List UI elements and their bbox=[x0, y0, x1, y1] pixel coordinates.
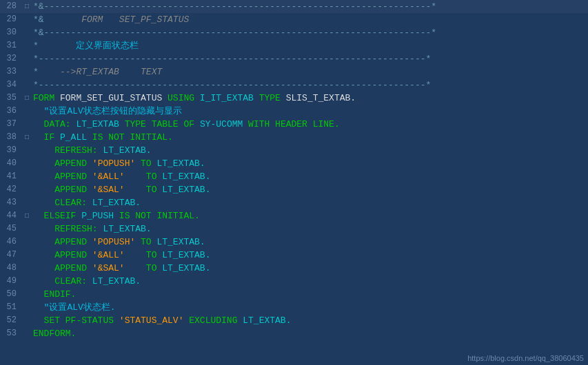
watermark: https://blog.csdn.net/qq_38060435 bbox=[467, 354, 584, 362]
line-content: *&--------------------------------------… bbox=[32, 26, 588, 39]
line-content: APPEND '&SAL' TO LT_EXTAB. bbox=[32, 183, 588, 196]
line-content: REFRESH: LT_EXTAB. bbox=[32, 144, 588, 157]
line-content: *---------------------------------------… bbox=[32, 79, 588, 92]
code-line: 39 REFRESH: LT_EXTAB. bbox=[0, 144, 588, 157]
line-content: APPEND '&ALL' TO LT_EXTAB. bbox=[32, 170, 588, 183]
line-number: 40 bbox=[0, 157, 22, 170]
line-number: 46 bbox=[0, 236, 22, 249]
line-content: ENDIF. bbox=[32, 288, 588, 301]
code-line: 51 "设置ALV状态栏. bbox=[0, 301, 588, 314]
code-line: 29 *& FORM SET_PF_STATUS bbox=[0, 13, 588, 26]
line-content: *---------------------------------------… bbox=[32, 52, 588, 65]
code-line: 47 APPEND '&ALL' TO LT_EXTAB. bbox=[0, 249, 588, 262]
code-line: 34 *------------------------------------… bbox=[0, 79, 588, 92]
line-content: *& FORM SET_PF_STATUS bbox=[32, 13, 588, 26]
line-content: SET PF-STATUS 'STATUS_ALV' EXCLUDING LT_… bbox=[32, 314, 588, 327]
code-line: 32 *------------------------------------… bbox=[0, 52, 588, 65]
line-number: 35 bbox=[0, 92, 22, 105]
code-line: 53 ENDFORM. bbox=[0, 327, 588, 340]
line-number: 53 bbox=[0, 327, 22, 340]
line-number: 39 bbox=[0, 144, 22, 157]
line-number: 32 bbox=[0, 52, 22, 65]
line-content: ELSEIF P_PUSH IS NOT INITIAL. bbox=[32, 209, 588, 222]
code-line: 50 ENDIF. bbox=[0, 288, 588, 301]
line-number: 29 bbox=[0, 13, 22, 26]
line-content: * -->RT_EXTAB TEXT bbox=[32, 65, 588, 79]
fold-icon[interactable]: □ bbox=[22, 0, 32, 13]
line-content: * 定义界面状态栏 bbox=[32, 39, 588, 52]
editor-container: 28□*&-----------------------------------… bbox=[0, 0, 588, 365]
line-number: 48 bbox=[0, 262, 22, 275]
line-number: 31 bbox=[0, 39, 22, 52]
line-number: 43 bbox=[0, 196, 22, 209]
line-content: CLEAR: LT_EXTAB. bbox=[32, 196, 588, 209]
line-number: 51 bbox=[0, 301, 22, 314]
code-line: 42 APPEND '&SAL' TO LT_EXTAB. bbox=[0, 183, 588, 196]
line-content: APPEND '&SAL' TO LT_EXTAB. bbox=[32, 262, 588, 275]
line-number: 36 bbox=[0, 105, 22, 118]
line-number: 44 bbox=[0, 209, 22, 222]
line-content: APPEND '&ALL' TO LT_EXTAB. bbox=[32, 249, 588, 262]
fold-icon[interactable]: □ bbox=[22, 209, 32, 222]
line-content: CLEAR: LT_EXTAB. bbox=[32, 275, 588, 288]
line-number: 47 bbox=[0, 249, 22, 262]
code-line: 45 REFRESH: LT_EXTAB. bbox=[0, 222, 588, 236]
line-content: "设置ALV状态栏按钮的隐藏与显示 bbox=[32, 105, 588, 118]
line-number: 33 bbox=[0, 65, 22, 79]
line-number: 28 bbox=[0, 0, 22, 13]
code-line: 41 APPEND '&ALL' TO LT_EXTAB. bbox=[0, 170, 588, 183]
code-line: 36 "设置ALV状态栏按钮的隐藏与显示 bbox=[0, 105, 588, 118]
line-number: 41 bbox=[0, 170, 22, 183]
line-content: DATA: LT_EXTAB TYPE TABLE OF SY-UCOMM WI… bbox=[32, 118, 588, 131]
code-line: 43 CLEAR: LT_EXTAB. bbox=[0, 196, 588, 209]
line-content: APPEND 'POPUSH' TO LT_EXTAB. bbox=[32, 157, 588, 170]
line-content: ENDFORM. bbox=[32, 327, 588, 340]
code-line: 46 APPEND 'POPUSH' TO LT_EXTAB. bbox=[0, 236, 588, 249]
line-content: IF P_ALL IS NOT INITIAL. bbox=[32, 131, 588, 144]
code-line: 35□FORM FORM_SET_GUI_STATUS USING I_IT_E… bbox=[0, 92, 588, 105]
fold-icon[interactable]: □ bbox=[22, 92, 32, 105]
code-line: 48 APPEND '&SAL' TO LT_EXTAB. bbox=[0, 262, 588, 275]
code-line: 52 SET PF-STATUS 'STATUS_ALV' EXCLUDING … bbox=[0, 314, 588, 327]
code-line: 28□*&-----------------------------------… bbox=[0, 0, 588, 13]
line-content: FORM FORM_SET_GUI_STATUS USING I_IT_EXTA… bbox=[32, 92, 588, 105]
code-line: 44□ ELSEIF P_PUSH IS NOT INITIAL. bbox=[0, 209, 588, 222]
code-line: 49 CLEAR: LT_EXTAB. bbox=[0, 275, 588, 288]
code-line: 37 DATA: LT_EXTAB TYPE TABLE OF SY-UCOMM… bbox=[0, 118, 588, 131]
code-line: 33 * -->RT_EXTAB TEXT bbox=[0, 65, 588, 79]
line-number: 37 bbox=[0, 118, 22, 131]
code-line: 31 * 定义界面状态栏 bbox=[0, 39, 588, 52]
line-number: 38 bbox=[0, 131, 22, 144]
line-number: 49 bbox=[0, 275, 22, 288]
line-number: 45 bbox=[0, 222, 22, 236]
line-number: 34 bbox=[0, 79, 22, 92]
line-content: "设置ALV状态栏. bbox=[32, 301, 588, 314]
line-number: 52 bbox=[0, 314, 22, 327]
line-number: 30 bbox=[0, 26, 22, 39]
code-area: 28□*&-----------------------------------… bbox=[0, 0, 588, 365]
line-number: 50 bbox=[0, 288, 22, 301]
fold-icon[interactable]: □ bbox=[22, 131, 32, 144]
line-content: *&--------------------------------------… bbox=[32, 0, 588, 13]
code-line: 38□ IF P_ALL IS NOT INITIAL. bbox=[0, 131, 588, 144]
line-content: APPEND 'POPUSH' TO LT_EXTAB. bbox=[32, 236, 588, 249]
line-content: REFRESH: LT_EXTAB. bbox=[32, 222, 588, 236]
code-line: 30 *&-----------------------------------… bbox=[0, 26, 588, 39]
code-line: 40 APPEND 'POPUSH' TO LT_EXTAB. bbox=[0, 157, 588, 170]
line-number: 42 bbox=[0, 183, 22, 196]
